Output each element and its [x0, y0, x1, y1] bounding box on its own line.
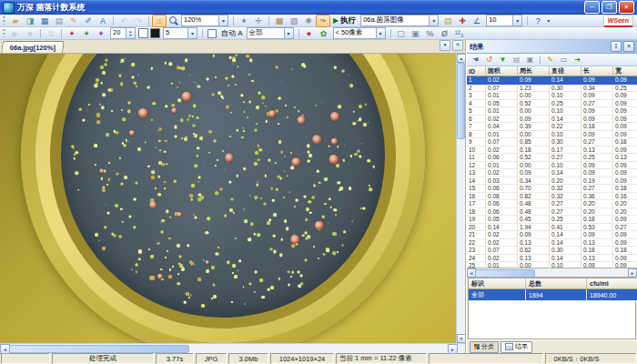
- numbering-icon[interactable]: ¹²₃: [452, 27, 467, 40]
- table-row[interactable]: 70.040.390.220.180.092: [467, 123, 637, 131]
- table-row[interactable]: 240.020.130.140.130.091: [467, 254, 637, 262]
- dropdown-arrow-icon[interactable]: ▾: [429, 15, 438, 25]
- restore-button[interactable]: ❐: [602, 1, 617, 14]
- image-vertical-scrollbar[interactable]: ▴ ▾: [456, 54, 465, 343]
- spinner-arrows-icon[interactable]: ▴▾: [126, 28, 135, 38]
- column-header[interactable]: 周长: [518, 66, 550, 76]
- table-row[interactable]: 120.010.000.100.090.091: [467, 161, 637, 169]
- table-row[interactable]: 150.060.700.320.270.181: [467, 185, 637, 193]
- dropdown-arrow-icon[interactable]: ▾: [284, 28, 293, 38]
- export-icon[interactable]: ▤: [510, 54, 523, 66]
- draw-shape-icon[interactable]: ✐: [81, 15, 96, 27]
- stop-icon[interactable]: ■: [23, 27, 37, 40]
- tab-menu-icon[interactable]: ▾: [440, 40, 450, 51]
- image-horizontal-scrollbar[interactable]: ◂ ▸: [0, 343, 465, 353]
- horizontal-scroll-thumb[interactable]: [475, 269, 535, 278]
- text-tool-icon[interactable]: A: [96, 15, 110, 27]
- column-header[interactable]: 直径: [550, 66, 581, 76]
- table-row[interactable]: 110.060.520.270.250.132: [467, 154, 637, 162]
- pencil-icon[interactable]: ✎: [66, 15, 81, 27]
- table-row[interactable]: 230.070.620.300.180.181: [467, 247, 637, 255]
- add-colony-icon[interactable]: ✚: [455, 15, 470, 27]
- enhance-red-icon[interactable]: ✦: [65, 27, 79, 40]
- green-flower-icon[interactable]: ✿: [317, 27, 331, 40]
- toolbar-grip[interactable]: [3, 16, 5, 25]
- dropdown-arrow-icon[interactable]: ▾: [376, 28, 385, 38]
- column-header[interactable]: 宽: [613, 66, 637, 76]
- dropdown-arrow-icon[interactable]: ▾: [187, 28, 197, 38]
- enhance-green-icon[interactable]: ✦: [79, 27, 94, 40]
- level-combo[interactable]: 5▾: [163, 27, 197, 39]
- rect-select-icon[interactable]: ▭: [557, 54, 571, 66]
- dropper-icon[interactable]: ✑: [316, 15, 330, 27]
- redo-icon[interactable]: ↷: [131, 15, 146, 27]
- help-icon[interactable]: ?: [531, 15, 545, 27]
- undo-icon[interactable]: ↶: [116, 15, 131, 27]
- close-button[interactable]: ✕: [619, 1, 634, 14]
- table-row[interactable]: 210.020.090.140.090.091: [467, 231, 637, 239]
- save-icon[interactable]: ▦: [37, 15, 52, 27]
- minimize-button[interactable]: ─: [584, 1, 600, 14]
- dropdown-arrow-icon[interactable]: ▾: [512, 15, 521, 25]
- table-row[interactable]: 10.020.090.140.090.091: [467, 76, 637, 85]
- stamp-icon[interactable]: ▨: [287, 15, 301, 27]
- scroll-down-icon[interactable]: ▾: [457, 334, 465, 343]
- apply-icon[interactable]: ➜: [571, 54, 584, 66]
- table-row[interactable]: 190.050.450.250.180.092: [467, 216, 637, 224]
- table-row[interactable]: 30.010.000.100.090.091: [467, 92, 637, 100]
- tab-results[interactable]: 结果: [500, 341, 532, 353]
- gear-icon[interactable]: ✺: [301, 15, 316, 27]
- doc-icon[interactable]: ▣: [409, 27, 423, 40]
- red-sphere-icon[interactable]: ●: [302, 27, 317, 40]
- size-spinner[interactable]: 20▴▾: [110, 27, 136, 39]
- new-doc-icon[interactable]: ▢: [394, 27, 409, 40]
- panel-close-icon[interactable]: ✕: [623, 41, 634, 52]
- results-horizontal-scrollbar[interactable]: ◂ ▸: [467, 268, 637, 278]
- tab-close-icon[interactable]: ✕: [452, 40, 463, 51]
- print-icon[interactable]: ▤: [52, 15, 66, 27]
- summary-column-header[interactable]: 标识: [469, 278, 526, 289]
- vertical-scroll-thumb[interactable]: [457, 63, 465, 139]
- angle-icon[interactable]: ∠: [470, 15, 484, 27]
- background-swatch[interactable]: [150, 28, 160, 38]
- table-row[interactable]: 180.060.480.270.200.201: [467, 207, 637, 216]
- open-folder-icon[interactable]: ▰: [8, 15, 23, 27]
- dropdown-arrow-icon[interactable]: ▾: [218, 15, 228, 25]
- foreground-swatch[interactable]: [138, 28, 148, 38]
- zoom-level-combo[interactable]: 120%▾: [181, 15, 228, 26]
- petri-dish-image[interactable]: ▴ ▾: [0, 54, 465, 343]
- pan-hand-icon[interactable]: ☝: [152, 15, 167, 27]
- column-header[interactable]: 面积: [486, 66, 518, 76]
- table-row[interactable]: 170.060.480.270.200.201: [467, 200, 637, 208]
- select-hand-icon[interactable]: ☚: [469, 54, 482, 66]
- table-row[interactable]: 80.010.000.100.090.091: [467, 130, 637, 138]
- column-header[interactable]: 长: [581, 66, 613, 76]
- table-row[interactable]: 90.070.850.300.270.181: [467, 138, 637, 147]
- enhance-purple-icon[interactable]: ✦: [94, 27, 108, 40]
- image-select-combo[interactable]: 06a.菌落图像▾: [360, 15, 439, 26]
- table-row[interactable]: 20.071.230.300.340.251: [467, 84, 637, 92]
- copy-layer-icon[interactable]: ▩: [272, 15, 287, 27]
- auto-checkbox[interactable]: [207, 29, 217, 38]
- table-row[interactable]: 50.010.000.100.090.091: [467, 107, 637, 116]
- results-table[interactable]: ID面积周长直径长宽标识 10.020.090.140.090.09120.07…: [467, 66, 637, 293]
- flip-icon[interactable]: ⇅: [44, 27, 58, 40]
- table-row[interactable]: 130.020.090.140.090.091: [467, 169, 637, 177]
- tab-image-06a[interactable]: 06a.jpg[120%]: [1, 41, 65, 53]
- summary-column-header[interactable]: cfu/ml: [587, 278, 637, 289]
- diameter-icon[interactable]: Ø: [438, 27, 452, 40]
- zoom-tool-icon[interactable]: [167, 15, 179, 26]
- table-row[interactable]: 200.141.940.410.530.272: [467, 223, 637, 231]
- horizontal-scroll-thumb[interactable]: [9, 345, 189, 353]
- camera-icon[interactable]: ◨: [23, 15, 37, 27]
- table-row[interactable]: 160.080.820.320.360.162: [467, 192, 637, 200]
- column-header[interactable]: ID: [467, 66, 486, 76]
- summary-row[interactable]: 全部189418940.00: [469, 289, 637, 301]
- scope-combo[interactable]: 全部▾: [247, 27, 294, 39]
- help-dropdown-icon[interactable]: ▾: [547, 17, 550, 24]
- percent-icon[interactable]: %: [423, 27, 438, 40]
- refresh-icon[interactable]: ↺: [482, 54, 496, 66]
- run-button[interactable]: ▶执行: [330, 15, 359, 26]
- table-row[interactable]: 40.050.520.250.270.093: [467, 99, 637, 107]
- table-row[interactable]: 220.020.130.140.130.091: [467, 238, 637, 247]
